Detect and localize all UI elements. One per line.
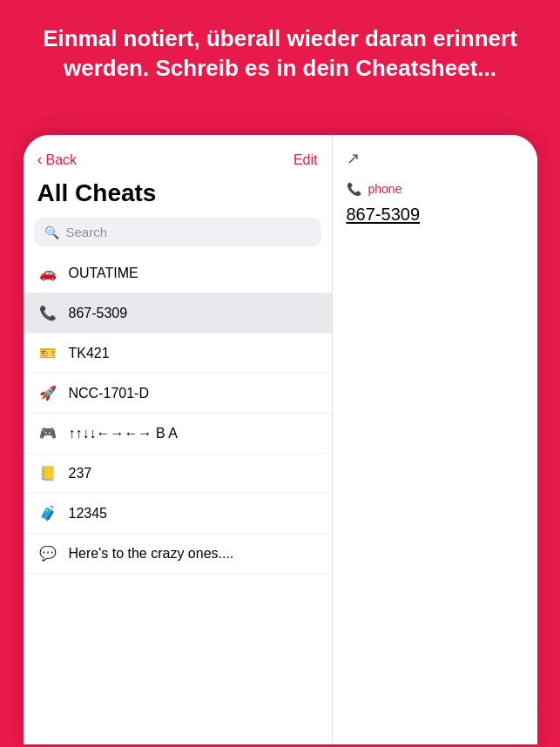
item-icon: 🧳 bbox=[37, 505, 58, 522]
phone-icon: 📞 bbox=[347, 182, 361, 196]
detail-label-text: phone bbox=[368, 182, 402, 196]
nav-bar: ‹ Back Edit bbox=[24, 135, 332, 176]
list-item[interactable]: 💬Here's to the crazy ones.... bbox=[24, 534, 332, 574]
item-label: ↑↑↓↓←→←→ B A bbox=[69, 426, 178, 441]
list-item[interactable]: 🚀NCC-1701-D bbox=[24, 374, 332, 414]
item-icon: 📒 bbox=[37, 465, 58, 481]
item-icon: 💬 bbox=[37, 545, 58, 562]
list-item[interactable]: 🎫TK421 bbox=[24, 333, 332, 374]
item-icon: 🎮 bbox=[37, 425, 58, 441]
page-title: All Cheats bbox=[24, 176, 332, 218]
search-icon: 🔍 bbox=[44, 225, 59, 239]
edit-button[interactable]: Edit bbox=[293, 152, 318, 168]
list-panel: ‹ Back Edit All Cheats 🔍 Search 🚗OUTATIM… bbox=[24, 135, 333, 744]
item-label: 237 bbox=[69, 466, 92, 481]
search-placeholder: Search bbox=[66, 225, 108, 239]
header-title: Einmal notiert, überall wieder daran eri… bbox=[0, 0, 560, 101]
detail-field-label: 📞 phone bbox=[347, 182, 523, 196]
search-bar[interactable]: 🔍 Search bbox=[34, 218, 321, 246]
item-icon: 🚀 bbox=[37, 385, 58, 401]
item-label: 867-5309 bbox=[69, 306, 128, 321]
item-icon: 🚗 bbox=[37, 265, 58, 281]
list-item[interactable]: 🧳12345 bbox=[24, 494, 332, 534]
back-chevron-icon: ‹ bbox=[37, 151, 43, 169]
detail-value: 867-5309 bbox=[347, 205, 523, 225]
list-item[interactable]: 🎮↑↑↓↓←→←→ B A bbox=[24, 414, 332, 454]
item-label: TK421 bbox=[69, 346, 110, 361]
back-label: Back bbox=[46, 152, 78, 168]
list-container: 🚗OUTATIME📞867-5309🎫TK421🚀NCC-1701-D🎮↑↑↓↓… bbox=[24, 253, 332, 744]
device-frame: ‹ Back Edit All Cheats 🔍 Search 🚗OUTATIM… bbox=[24, 135, 537, 744]
back-button[interactable]: ‹ Back bbox=[37, 151, 78, 169]
item-icon: 📞 bbox=[37, 305, 58, 321]
list-item[interactable]: 🚗OUTATIME bbox=[24, 253, 332, 293]
item-label: OUTATIME bbox=[69, 266, 138, 281]
detail-panel: ↗ 📞 phone 867-5309 bbox=[333, 135, 537, 744]
list-item[interactable]: 📞867-5309 bbox=[24, 293, 332, 333]
item-label: NCC-1701-D bbox=[69, 386, 149, 401]
list-item[interactable]: 📒237 bbox=[24, 454, 332, 494]
item-label: 12345 bbox=[69, 506, 108, 522]
resize-icon: ↗ bbox=[347, 149, 360, 168]
item-icon: 🎫 bbox=[37, 345, 58, 361]
item-label: Here's to the crazy ones.... bbox=[69, 546, 234, 562]
